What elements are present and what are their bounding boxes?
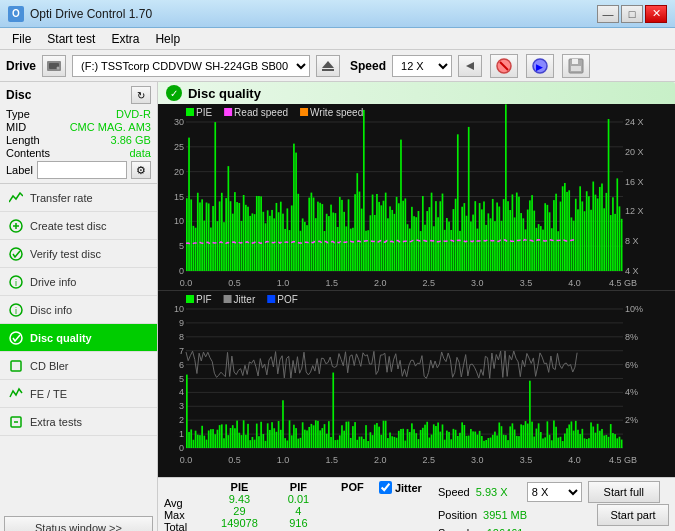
samples-label: Samples bbox=[438, 527, 481, 531]
speed-select[interactable]: 12 X bbox=[392, 55, 452, 77]
nav-label-disc-info: Disc info bbox=[30, 304, 72, 316]
sidebar-item-cd-bler[interactable]: CD Bler bbox=[0, 352, 157, 380]
position-value: 3951 MB bbox=[483, 509, 528, 521]
svg-point-16 bbox=[10, 248, 22, 260]
pif-header: PIF bbox=[290, 481, 307, 493]
drive-eject-button[interactable] bbox=[316, 55, 340, 77]
sidebar-item-drive-info[interactable]: i Drive info bbox=[0, 268, 157, 296]
nav-label-fe-te: FE / TE bbox=[30, 388, 67, 400]
start-full-button[interactable]: Start full bbox=[588, 481, 660, 503]
speed-stat-value: 5.93 X bbox=[476, 486, 521, 498]
pof-col: POF bbox=[330, 481, 375, 493]
drive-select[interactable]: (F:) TSSTcorp CDDVDW SH-224GB SB00 bbox=[72, 55, 310, 77]
sidebar-item-fe-te[interactable]: FE / TE bbox=[0, 380, 157, 408]
svg-marker-3 bbox=[322, 61, 334, 68]
burn-button[interactable]: ▶ bbox=[526, 54, 554, 78]
speed-setting-select[interactable]: 8 X bbox=[527, 482, 582, 502]
svg-text:i: i bbox=[15, 278, 17, 288]
pof-header: POF bbox=[341, 481, 364, 493]
create-test-disc-icon bbox=[8, 218, 24, 234]
svg-text:i: i bbox=[15, 306, 17, 316]
avg-label: Avg bbox=[164, 497, 204, 509]
disc-refresh-button[interactable]: ↻ bbox=[131, 86, 151, 104]
disc-mid-label: MID bbox=[6, 121, 26, 133]
disc-contents-label: Contents bbox=[6, 147, 50, 159]
samples-row: Samples 126461 bbox=[438, 527, 669, 531]
sidebar-item-transfer-rate[interactable]: Transfer rate bbox=[0, 184, 157, 212]
charts-container bbox=[158, 104, 675, 477]
erase-button[interactable] bbox=[490, 54, 518, 78]
bottom-chart bbox=[158, 291, 675, 477]
svg-rect-11 bbox=[572, 59, 578, 64]
cd-bler-icon bbox=[8, 358, 24, 374]
pif-avg: 0.01 bbox=[288, 493, 309, 505]
minimize-button[interactable]: — bbox=[597, 5, 619, 23]
menu-help[interactable]: Help bbox=[147, 30, 188, 48]
close-button[interactable]: ✕ bbox=[645, 5, 667, 23]
stats-area: Avg Max Total PIE 9.43 29 149078 PIF 0.0… bbox=[158, 477, 675, 531]
pie-total: 149078 bbox=[221, 517, 258, 529]
disc-length-label: Length bbox=[6, 134, 40, 146]
total-label: Total bbox=[164, 521, 204, 531]
disc-mid-value: CMC MAG. AM3 bbox=[70, 121, 151, 133]
pif-total: 916 bbox=[289, 517, 307, 529]
extra-tests-icon bbox=[8, 414, 24, 430]
pif-max: 4 bbox=[295, 505, 301, 517]
sidebar-item-extra-tests[interactable]: Extra tests bbox=[0, 408, 157, 436]
sidebar-item-disc-quality[interactable]: Disc quality bbox=[0, 324, 157, 352]
pie-header: PIE bbox=[231, 481, 249, 493]
save-button[interactable] bbox=[562, 54, 590, 78]
speed-row: Speed 5.93 X 8 X Start full bbox=[438, 481, 669, 503]
pie-avg: 9.43 bbox=[229, 493, 250, 505]
svg-text:▶: ▶ bbox=[536, 62, 543, 72]
menu-bar: File Start test Extra Help bbox=[0, 28, 675, 50]
sidebar-item-verify-test-disc[interactable]: Verify test disc bbox=[0, 240, 157, 268]
jitter-checkbox[interactable] bbox=[379, 481, 392, 494]
drive-icon bbox=[42, 55, 66, 77]
top-chart bbox=[158, 104, 675, 291]
nav-label-cd-bler: CD Bler bbox=[30, 360, 69, 372]
jitter-col: Jitter bbox=[379, 481, 434, 494]
disc-quality-icon bbox=[8, 330, 24, 346]
speed-label: Speed bbox=[350, 59, 386, 73]
disc-label-edit-button[interactable]: ⚙ bbox=[131, 161, 151, 179]
transfer-rate-icon bbox=[8, 190, 24, 206]
position-label: Position bbox=[438, 509, 477, 521]
sidebar-item-disc-info[interactable]: i Disc info bbox=[0, 296, 157, 324]
jitter-header: Jitter bbox=[395, 482, 422, 494]
nav-label-drive-info: Drive info bbox=[30, 276, 76, 288]
window-controls: — □ ✕ bbox=[597, 5, 667, 23]
max-label: Max bbox=[164, 509, 204, 521]
speed-apply-button[interactable] bbox=[458, 55, 482, 77]
svg-point-21 bbox=[10, 332, 22, 344]
menu-start-test[interactable]: Start test bbox=[39, 30, 103, 48]
position-row: Position 3951 MB Start part bbox=[438, 504, 669, 526]
disc-quality-check-icon bbox=[166, 85, 182, 101]
nav-label-verify-test-disc: Verify test disc bbox=[30, 248, 101, 260]
start-part-button[interactable]: Start part bbox=[597, 504, 669, 526]
speed-stat-label: Speed bbox=[438, 486, 470, 498]
svg-rect-4 bbox=[322, 69, 334, 71]
disc-label-input[interactable] bbox=[37, 161, 127, 179]
status-window-button[interactable]: Status window >> bbox=[4, 516, 153, 531]
maximize-button[interactable]: □ bbox=[621, 5, 643, 23]
disc-label-label: Label bbox=[6, 164, 33, 176]
nav-label-disc-quality: Disc quality bbox=[30, 332, 92, 344]
stats-labels-col: Avg Max Total bbox=[164, 481, 204, 531]
nav-label-create-test-disc: Create test disc bbox=[30, 220, 106, 232]
title-bar: O Opti Drive Control 1.70 — □ ✕ bbox=[0, 0, 675, 28]
content-panel: Disc quality Avg Max Total bbox=[158, 82, 675, 531]
samples-value: 126461 bbox=[487, 527, 524, 531]
nav-label-extra-tests: Extra tests bbox=[30, 416, 82, 428]
drive-bar: Drive (F:) TSSTcorp CDDVDW SH-224GB SB00… bbox=[0, 50, 675, 82]
sidebar-item-create-test-disc[interactable]: Create test disc bbox=[0, 212, 157, 240]
menu-file[interactable]: File bbox=[4, 30, 39, 48]
menu-extra[interactable]: Extra bbox=[103, 30, 147, 48]
nav-items: Transfer rate Create test disc Verify te… bbox=[0, 184, 157, 514]
svg-marker-5 bbox=[466, 62, 474, 70]
svg-rect-22 bbox=[11, 361, 21, 371]
pie-col: PIE 9.43 29 149078 bbox=[212, 481, 267, 529]
pie-max: 29 bbox=[233, 505, 245, 517]
disc-length-value: 3.86 GB bbox=[111, 134, 151, 146]
pif-col: PIF 0.01 4 916 bbox=[271, 481, 326, 529]
